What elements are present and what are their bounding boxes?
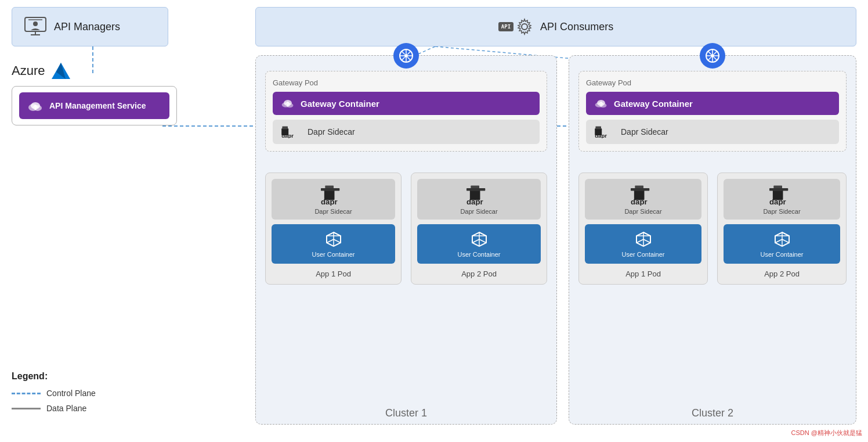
- legend-data-plane: Data Plane: [12, 404, 139, 413]
- cluster1-app1-pod: dapr Dapr Sidecar User Container: [265, 173, 402, 285]
- cluster1-app2-pod-label: App 2 Pod: [461, 269, 497, 278]
- cluster1-gateway-pod: Gateway Pod Gateway Container: [265, 71, 547, 152]
- k8s-wheel-icon-c2: [704, 48, 721, 64]
- svg-rect-44: [282, 126, 288, 129]
- cluster1-app1-dapr-sidecar: dapr Dapr Sidecar: [272, 179, 395, 220]
- cluster2-app2-pod-label: App 2 Pod: [764, 269, 800, 278]
- cluster2-app2-user-container: User Container: [724, 224, 840, 264]
- dapr-logo-small-c2: dapr: [594, 125, 615, 138]
- svg-text:dapr: dapr: [769, 197, 786, 206]
- svg-text:dapr: dapr: [321, 197, 338, 206]
- svg-line-35: [408, 52, 411, 55]
- cluster2-app2-dapr-sidecar: dapr Dapr Sidecar: [724, 179, 840, 220]
- cluster1-app1-pod-label: App 1 Pod: [316, 269, 351, 278]
- cluster1-app2-pod: dapr Dapr Sidecar User Container App 2 P…: [411, 173, 547, 285]
- cluster2-gateway-pod: Gateway Pod Gateway Container dapr: [578, 71, 847, 152]
- diagram-container: API Managers API API Consumers Azure: [0, 0, 868, 442]
- cluster1-app1-user-container: User Container: [272, 224, 395, 264]
- cluster1-dapr-sidecar-bar: dapr Dapr Sidecar: [273, 120, 540, 144]
- svg-rect-57: [466, 188, 485, 191]
- dapr-logo-small-c1: dapr: [281, 125, 302, 138]
- svg-text:dapr: dapr: [595, 132, 607, 138]
- svg-line-62: [472, 239, 479, 243]
- cluster1-app2-dapr-sidecar: dapr Dapr Sidecar: [417, 179, 541, 220]
- cluster1-app1-dapr-label: Dapr Sidecar: [314, 208, 352, 215]
- cluster1-gateway-pod-label: Gateway Pod: [273, 78, 540, 87]
- svg-line-36: [402, 58, 405, 60]
- svg-text:dapr: dapr: [466, 197, 483, 206]
- dapr-hat-icon-c1a2: dapr: [466, 184, 492, 206]
- svg-line-90: [636, 239, 643, 243]
- cluster2-box: Gateway Pod Gateway Container dapr: [569, 55, 856, 425]
- svg-point-17: [33, 21, 38, 26]
- api-managers-box: API Managers: [12, 7, 168, 46]
- cluster2-app1-user-container: User Container: [585, 224, 701, 264]
- cluster2-app2-user-container-label: User Container: [761, 251, 804, 258]
- cluster2-gateway-container-label: Gateway Container: [614, 99, 693, 109]
- api-management-label: API Management Service: [49, 101, 146, 110]
- azure-header: Azure: [12, 62, 177, 80]
- azure-label: Azure: [12, 63, 45, 78]
- legend: Legend: Control Plane Data Plane: [12, 371, 139, 413]
- svg-line-100: [782, 239, 789, 243]
- cluster2-app2-dapr-label: Dapr Sidecar: [763, 208, 800, 215]
- svg-line-34: [408, 58, 411, 60]
- azure-logo-icon: [50, 62, 71, 80]
- gear-icon: [516, 18, 533, 35]
- legend-data-plane-label: Data Plane: [46, 404, 86, 413]
- cluster1-app2-dapr-label: Dapr Sidecar: [460, 208, 497, 215]
- watermark: CSDN @精神小伙就是猛: [791, 429, 862, 437]
- svg-point-18: [522, 24, 527, 30]
- svg-line-33: [402, 52, 405, 55]
- svg-rect-85: [631, 188, 649, 191]
- cube-icon-c1a2: [470, 230, 489, 249]
- cluster2-dapr-sidecar-label: Dapr Sidecar: [621, 127, 668, 136]
- svg-point-28: [404, 54, 408, 58]
- svg-text:dapr: dapr: [281, 132, 294, 138]
- api-managers-label: API Managers: [54, 21, 120, 33]
- cloud-icon-gc2: [594, 98, 608, 109]
- svg-line-63: [479, 239, 486, 243]
- cluster1-k8s-icon: [393, 43, 419, 69]
- svg-text:dapr: dapr: [631, 197, 648, 206]
- cluster2-k8s-icon: [700, 43, 725, 69]
- svg-rect-48: [321, 188, 339, 191]
- svg-line-53: [327, 239, 334, 243]
- api-consumers-box: API API Consumers: [255, 7, 856, 46]
- cluster2-app2-pod: dapr Dapr Sidecar User Container App 2 P…: [717, 173, 847, 285]
- api-consumers-icon: API: [498, 18, 533, 35]
- svg-line-71: [714, 58, 717, 60]
- svg-point-65: [711, 54, 714, 58]
- cluster1-label: Cluster 1: [385, 407, 427, 419]
- legend-title: Legend:: [12, 371, 139, 382]
- cluster1-gateway-container-bar: Gateway Container: [273, 92, 540, 115]
- api-badge: API: [498, 22, 513, 31]
- cluster2-app1-pod-label: App 1 Pod: [625, 269, 661, 278]
- cluster1-app2-user-container-label: User Container: [458, 251, 501, 258]
- cluster1-box: Gateway Pod Gateway Container: [255, 55, 557, 425]
- cluster1-dapr-sidecar-label: Dapr Sidecar: [308, 127, 355, 136]
- cluster1-app1-user-container-label: User Container: [312, 251, 355, 258]
- legend-control-plane: Control Plane: [12, 389, 139, 398]
- cluster2-app1-dapr-sidecar: dapr Dapr Sidecar: [585, 179, 701, 220]
- svg-line-54: [334, 239, 341, 243]
- cluster1-app2-user-container: User Container: [417, 224, 541, 264]
- dapr-hat-icon-c1a1: dapr: [321, 184, 346, 206]
- cube-icon-c2a2: [773, 230, 791, 249]
- api-management-service-bar: API Management Service: [19, 92, 169, 119]
- cluster2-gateway-container-bar: Gateway Container: [586, 92, 839, 115]
- svg-line-73: [708, 58, 711, 60]
- cube-icon-c1a1: [324, 230, 343, 249]
- cluster2-app-pods: dapr Dapr Sidecar User Container App 1 P…: [578, 173, 847, 285]
- dapr-hat-icon-c2a1: dapr: [631, 184, 656, 206]
- svg-line-99: [775, 239, 782, 243]
- azure-box: API Management Service: [12, 86, 177, 125]
- cluster2-app1-user-container-label: User Container: [622, 251, 665, 258]
- cluster2-app1-pod: dapr Dapr Sidecar User Container App 1 P…: [578, 173, 708, 285]
- dapr-hat-icon-c2a2: dapr: [769, 184, 795, 206]
- cluster1-gateway-container-label: Gateway Container: [301, 99, 379, 109]
- api-consumers-label: API Consumers: [540, 21, 613, 33]
- cluster2-app1-dapr-label: Dapr Sidecar: [624, 208, 661, 215]
- azure-section: Azure API Management Servic: [12, 62, 177, 125]
- k8s-wheel-icon: [398, 48, 414, 64]
